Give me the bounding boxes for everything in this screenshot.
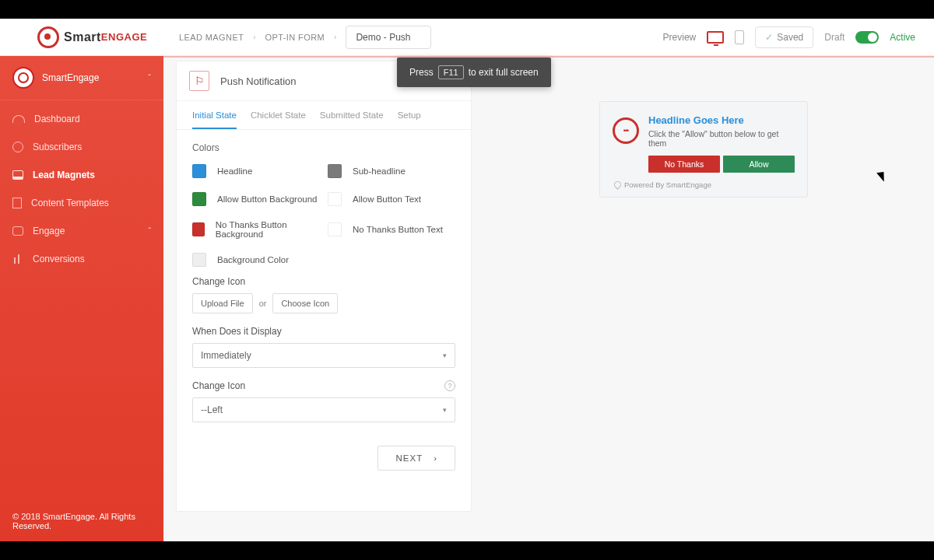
breadcrumb-optin-form[interactable]: OPT-IN FORM bbox=[265, 33, 325, 42]
chevron-right-icon: › bbox=[434, 453, 437, 463]
when-display-select[interactable]: Immediately ▾ bbox=[192, 343, 455, 368]
topbar: SmartENGAGE LEAD MAGNET › OPT-IN FORM › … bbox=[0, 19, 934, 56]
check-icon: ✓ bbox=[765, 32, 773, 43]
swatch bbox=[328, 192, 342, 206]
mobile-icon[interactable] bbox=[735, 30, 744, 44]
help-icon[interactable]: ? bbox=[444, 380, 455, 391]
color-label: Allow Button Text bbox=[353, 194, 421, 204]
select-value: Immediately bbox=[201, 350, 251, 361]
chevron-right-icon: › bbox=[334, 33, 336, 41]
when-display-group: When Does it Display Immediately ▾ bbox=[177, 320, 471, 374]
nav-label: Lead Magnets bbox=[33, 170, 95, 180]
when-display-label: When Does it Display bbox=[192, 326, 455, 337]
tab-chicklet-state[interactable]: Chicklet State bbox=[251, 110, 306, 129]
nav-dashboard[interactable]: Dashboard bbox=[0, 105, 163, 133]
position-group: Change Icon ? --Left ▾ bbox=[177, 374, 471, 429]
color-background[interactable]: Background Color bbox=[192, 253, 320, 267]
saved-label: Saved bbox=[777, 32, 803, 43]
logo[interactable]: SmartENGAGE bbox=[0, 19, 163, 55]
logo-icon bbox=[37, 26, 59, 48]
color-no-text[interactable]: No Thanks Button Text bbox=[328, 220, 455, 239]
breadcrumb: LEAD MAGNET › OPT-IN FORM › Demo - Push bbox=[179, 26, 431, 49]
nav-label: Content Templates bbox=[31, 198, 109, 208]
preview-icon bbox=[613, 117, 639, 144]
color-no-bg[interactable]: No Thanks Button Background bbox=[192, 220, 320, 239]
swatch bbox=[192, 253, 206, 267]
choose-icon-button[interactable]: Choose Icon bbox=[272, 293, 338, 313]
color-subheadline[interactable]: Sub-headline bbox=[328, 164, 455, 178]
color-headline[interactable]: Headline bbox=[192, 164, 320, 178]
nav-label: Conversions bbox=[33, 254, 85, 264]
conversions-icon bbox=[12, 254, 23, 264]
chevron-down-icon: ˇ bbox=[149, 227, 151, 236]
color-label: Background Color bbox=[217, 255, 289, 264]
position-select[interactable]: --Left ▾ bbox=[192, 397, 455, 422]
color-allow-text[interactable]: Allow Button Text bbox=[328, 192, 455, 206]
tab-setup[interactable]: Setup bbox=[398, 110, 421, 129]
swatch bbox=[192, 192, 206, 206]
lead-magnets-icon bbox=[12, 170, 23, 180]
nav-label: Subscribers bbox=[33, 142, 82, 152]
position-label: Change Icon ? bbox=[192, 380, 455, 391]
color-label: Headline bbox=[217, 166, 252, 176]
workspace-switcher[interactable]: SmartEngage ˇ bbox=[0, 56, 163, 100]
footer-copyright: © 2018 SmartEngage. All Rights Reserved. bbox=[12, 512, 163, 530]
settings-panel: ⚐ Push Notification ˇ Initial State Chic… bbox=[176, 61, 472, 512]
preview-allow-button[interactable]: Allow bbox=[723, 156, 795, 173]
swatch bbox=[328, 164, 342, 178]
color-label: Sub-headline bbox=[353, 166, 406, 176]
preview-powered-by: Powered By SmartEngage bbox=[614, 180, 795, 189]
engage-icon bbox=[12, 226, 23, 236]
nav-engage[interactable]: Engage ˇ bbox=[0, 217, 163, 245]
location-icon bbox=[613, 180, 623, 190]
main-area: ⚐ Push Notification ˇ Initial State Chic… bbox=[163, 56, 934, 541]
subscribers-icon bbox=[12, 142, 23, 152]
nav-content-templates[interactable]: Content Templates bbox=[0, 189, 163, 217]
caret-down-icon: ▾ bbox=[443, 352, 447, 359]
caret-down-icon: ▾ bbox=[443, 406, 447, 414]
desktop-icon[interactable] bbox=[707, 31, 724, 44]
sidebar: SmartEngage ˇ Dashboard Subscribers Lead… bbox=[0, 56, 163, 541]
push-preview-card: Headline Goes Here Click the "Allow" but… bbox=[599, 101, 808, 198]
tab-submitted-state[interactable]: Submitted State bbox=[320, 110, 384, 129]
push-notification-icon: ⚐ bbox=[189, 71, 209, 91]
swatch bbox=[192, 164, 206, 178]
draft-label: Draft bbox=[824, 32, 844, 43]
powered-label: Powered By SmartEngage bbox=[624, 180, 711, 189]
nav-subscribers[interactable]: Subscribers bbox=[0, 133, 163, 161]
upload-file-button[interactable]: Upload File bbox=[192, 293, 253, 313]
f11-key: F11 bbox=[438, 65, 464, 79]
change-icon-label: Change Icon bbox=[192, 276, 455, 287]
colors-heading: Colors bbox=[192, 142, 455, 153]
breadcrumb-current[interactable]: Demo - Push bbox=[346, 26, 431, 49]
preview-subheadline[interactable]: Click the "Allow" button below to get th… bbox=[648, 129, 795, 148]
workspace-name: SmartEngage bbox=[42, 72, 140, 83]
active-toggle[interactable] bbox=[855, 31, 879, 44]
saved-indicator: ✓ Saved bbox=[755, 26, 813, 48]
or-text: or bbox=[259, 299, 267, 308]
toast-pre: Press bbox=[409, 67, 434, 78]
change-icon-group: Change Icon Upload File or Choose Icon bbox=[177, 270, 471, 320]
next-button[interactable]: NEXT › bbox=[377, 446, 455, 471]
colors-section: Colors Headline Sub-headline Allow Bu bbox=[177, 130, 471, 270]
toast-post: to exit full screen bbox=[469, 67, 539, 78]
tab-initial-state[interactable]: Initial State bbox=[192, 110, 237, 129]
color-label: No Thanks Button Background bbox=[216, 220, 320, 239]
logo-text-smart: Smart bbox=[64, 30, 101, 44]
active-label: Active bbox=[890, 32, 915, 43]
preview-headline[interactable]: Headline Goes Here bbox=[648, 114, 795, 126]
swatch bbox=[192, 222, 205, 236]
position-label-text: Change Icon bbox=[192, 380, 245, 391]
state-tabs: Initial State Chicklet State Submitted S… bbox=[177, 101, 471, 130]
nav-lead-magnets[interactable]: Lead Magnets bbox=[0, 161, 163, 189]
fullscreen-toast: Press F11 to exit full screen bbox=[397, 58, 551, 87]
nav-conversions[interactable]: Conversions bbox=[0, 245, 163, 273]
preview-no-thanks-button[interactable]: No Thanks bbox=[648, 156, 720, 173]
mouse-cursor bbox=[880, 170, 889, 182]
chevron-right-icon: › bbox=[253, 33, 255, 41]
color-allow-bg[interactable]: Allow Button Background bbox=[192, 192, 320, 206]
color-label: No Thanks Button Text bbox=[353, 225, 443, 234]
breadcrumb-lead-magnet[interactable]: LEAD MAGNET bbox=[179, 33, 244, 42]
nav-label: Engage bbox=[33, 226, 65, 236]
logo-text-engage: ENGAGE bbox=[101, 31, 147, 43]
